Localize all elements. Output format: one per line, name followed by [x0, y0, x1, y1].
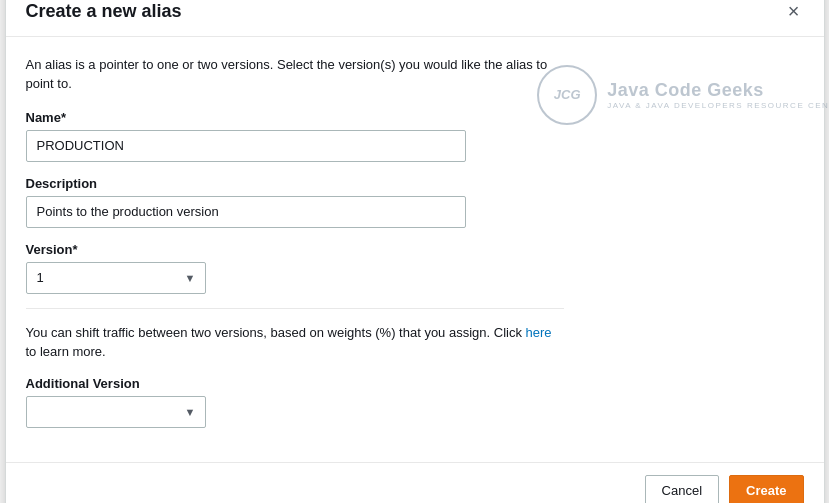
- name-input[interactable]: [26, 130, 466, 162]
- logo-text-block: Java Code Geeks Java & Java Developers R…: [607, 80, 829, 110]
- additional-version-select[interactable]: [26, 396, 206, 428]
- modal-body: An alias is a pointer to one or two vers…: [6, 37, 824, 462]
- logo-container: JCG Java Code Geeks Java & Java Develope…: [537, 65, 829, 125]
- modal-footer: Cancel Create: [6, 462, 824, 504]
- traffic-link[interactable]: here: [526, 325, 552, 340]
- additional-version-group: Additional Version ▼: [26, 376, 564, 428]
- additional-version-label: Additional Version: [26, 376, 564, 391]
- traffic-text: You can shift traffic between two versio…: [26, 323, 564, 362]
- create-button[interactable]: Create: [729, 475, 803, 504]
- additional-version-select-wrapper: ▼: [26, 396, 206, 428]
- version-group: Version* 1 2 3 ▼: [26, 242, 564, 294]
- modal-title: Create a new alias: [26, 1, 182, 22]
- traffic-text-after: to learn more.: [26, 344, 106, 359]
- logo-circle-text: JCG: [554, 87, 581, 102]
- modal-overlay: Create a new alias × An alias is a point…: [0, 0, 829, 503]
- logo-circle: JCG: [537, 65, 597, 125]
- description-group: Description: [26, 176, 564, 228]
- modal: Create a new alias × An alias is a point…: [5, 0, 825, 503]
- version-select-wrapper: 1 2 3 ▼: [26, 262, 206, 294]
- name-group: Name*: [26, 110, 564, 162]
- version-select[interactable]: 1 2 3: [26, 262, 206, 294]
- cancel-button[interactable]: Cancel: [645, 475, 719, 504]
- divider: [26, 308, 564, 309]
- version-label: Version*: [26, 242, 564, 257]
- close-button[interactable]: ×: [784, 1, 804, 21]
- logo-brand: Java Code Geeks: [607, 80, 829, 101]
- description-input[interactable]: [26, 196, 466, 228]
- logo-sub: Java & Java Developers Resource Center: [607, 101, 829, 110]
- description-label: Description: [26, 176, 564, 191]
- intro-text: An alias is a pointer to one or two vers…: [26, 55, 564, 94]
- modal-header: Create a new alias ×: [6, 0, 824, 37]
- name-label: Name*: [26, 110, 564, 125]
- traffic-text-before: You can shift traffic between two versio…: [26, 325, 526, 340]
- form-section: An alias is a pointer to one or two vers…: [26, 55, 564, 442]
- logo-section: JCG Java Code Geeks Java & Java Develope…: [584, 55, 804, 442]
